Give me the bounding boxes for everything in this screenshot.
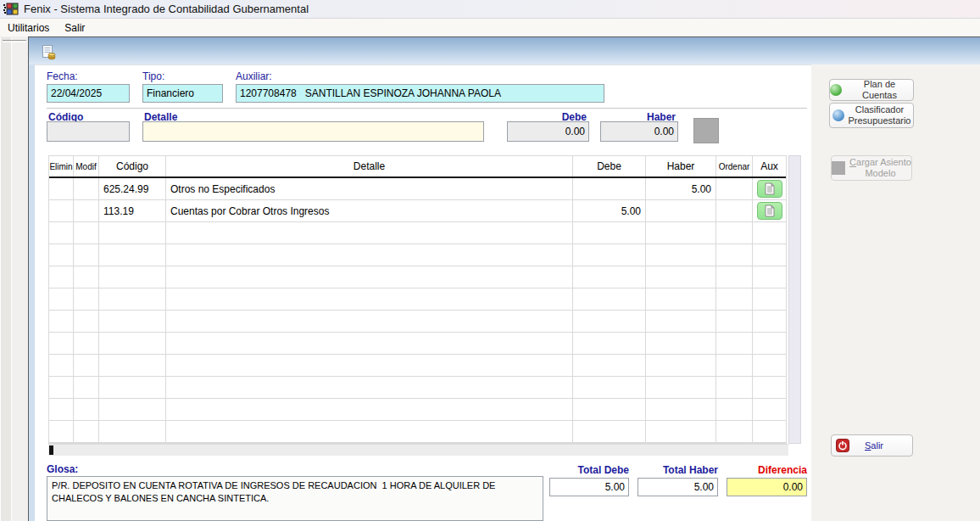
table-row[interactable]: 625.24.99 Otros no Especificados 5.00 xyxy=(49,178,786,200)
document-icon xyxy=(765,182,775,195)
document-icon xyxy=(765,204,775,217)
fecha-input[interactable]: 22/04/2025 xyxy=(47,84,130,103)
cell-debe: 5.00 xyxy=(573,200,646,221)
clasificador-presupuestario-button[interactable]: Clasificador Presupuestario xyxy=(829,103,914,128)
tipo-input[interactable]: Financiero xyxy=(142,84,223,103)
cell-aux xyxy=(753,377,786,398)
cell-aux xyxy=(753,421,786,442)
detalle-input[interactable] xyxy=(142,121,484,142)
cell-detalle xyxy=(166,377,573,398)
cell-modif[interactable] xyxy=(74,200,99,221)
cell-debe xyxy=(573,311,646,332)
cell-elimin[interactable] xyxy=(49,266,74,288)
cell-aux xyxy=(753,311,786,332)
new-entry-button[interactable] xyxy=(39,42,58,61)
cell-haber xyxy=(646,421,716,442)
cell-elimin[interactable] xyxy=(49,333,74,354)
cell-elimin[interactable] xyxy=(49,311,74,332)
cell-aux xyxy=(753,244,786,266)
table-row[interactable] xyxy=(49,421,786,443)
cell-codigo: 113.19 xyxy=(99,200,166,221)
cell-modif[interactable] xyxy=(74,244,99,266)
cell-modif[interactable] xyxy=(74,377,99,398)
cell-modif[interactable] xyxy=(74,178,99,199)
cell-detalle xyxy=(166,289,573,310)
cell-codigo xyxy=(99,289,166,310)
table-body: 625.24.99 Otros no Especificados 5.00 xyxy=(49,178,786,443)
glosa-textarea[interactable]: P/R. DEPOSITO EN CUENTA ROTATIVA DE INGR… xyxy=(47,476,543,521)
cell-codigo xyxy=(99,266,166,288)
cell-modif[interactable] xyxy=(74,421,99,442)
cell-detalle xyxy=(166,244,573,266)
panel-splitter-handle[interactable] xyxy=(3,40,26,42)
cell-haber: 5.00 xyxy=(646,178,716,199)
col-header-aux: Aux xyxy=(753,156,786,176)
menu-item-utilitarios[interactable]: Utilitarios xyxy=(0,20,57,36)
col-header-modif: Modif xyxy=(74,156,99,176)
cell-ordenar xyxy=(716,200,753,221)
cell-elimin[interactable] xyxy=(49,355,74,376)
cell-detalle xyxy=(166,222,573,244)
cell-elimin[interactable] xyxy=(49,222,74,244)
cell-codigo xyxy=(99,222,166,244)
cell-modif[interactable] xyxy=(74,311,99,332)
table-row[interactable] xyxy=(49,222,786,244)
plan-de-cuentas-button[interactable]: Plan de Cuentas xyxy=(829,79,914,101)
cell-detalle: Cuentas por Cobrar Otros Ingresos xyxy=(166,200,573,221)
scrollbar-thumb[interactable] xyxy=(49,445,53,455)
table-row[interactable] xyxy=(49,289,786,311)
table-row[interactable] xyxy=(49,399,786,421)
table-row[interactable] xyxy=(49,333,786,355)
cell-elimin[interactable] xyxy=(49,399,74,420)
col-header-ordenar: Ordenar xyxy=(716,156,753,176)
table-row[interactable] xyxy=(49,244,786,266)
col-header-codigo: Código xyxy=(99,156,166,176)
cell-elimin[interactable] xyxy=(49,377,74,398)
col-header-elimin: Elimin xyxy=(49,156,74,176)
cell-elimin[interactable] xyxy=(49,289,74,310)
debe-input[interactable]: 0.00 xyxy=(507,121,589,142)
cargar-asiento-modelo-button[interactable]: Cargar Asiento Modelo xyxy=(831,155,912,181)
table-row[interactable]: 113.19 Cuentas por Cobrar Otros Ingresos… xyxy=(49,200,786,222)
cell-ordenar xyxy=(716,178,753,199)
add-entry-button-disabled[interactable] xyxy=(693,118,719,143)
cell-detalle xyxy=(166,266,573,288)
cell-modif[interactable] xyxy=(74,399,99,420)
haber-input[interactable]: 0.00 xyxy=(600,121,678,142)
auxiliar-input[interactable]: 1207708478 SANTILLAN ESPINOZA JOHANNA PA… xyxy=(236,84,604,103)
cell-modif[interactable] xyxy=(74,289,99,310)
cell-modif[interactable] xyxy=(74,222,99,244)
cell-aux xyxy=(753,200,786,221)
cell-codigo xyxy=(99,355,166,376)
cell-codigo xyxy=(99,333,166,354)
cell-modif[interactable] xyxy=(74,355,99,376)
cell-modif[interactable] xyxy=(74,266,99,288)
salir-button[interactable]: Salir xyxy=(831,434,913,457)
cell-debe xyxy=(573,399,646,420)
toolbar xyxy=(29,37,980,64)
table-row[interactable] xyxy=(49,311,786,333)
cell-debe xyxy=(573,289,646,310)
menu-item-salir[interactable]: Salir xyxy=(57,20,92,36)
codigo-input[interactable] xyxy=(47,121,130,142)
cell-elimin[interactable] xyxy=(49,200,74,221)
table-vertical-scrollbar[interactable] xyxy=(788,155,801,444)
table-horizontal-scrollbar[interactable] xyxy=(48,444,788,456)
cell-elimin[interactable] xyxy=(49,421,74,442)
cell-codigo xyxy=(99,311,166,332)
cell-elimin[interactable] xyxy=(49,178,74,199)
table-row[interactable] xyxy=(49,266,786,289)
table-row[interactable] xyxy=(49,355,786,377)
aux-button[interactable] xyxy=(757,180,782,198)
document-coins-icon xyxy=(41,44,57,60)
entries-table: Elimin Modif Código Detalle Debe Haber O… xyxy=(48,155,787,444)
table-row[interactable] xyxy=(49,377,786,399)
plan-de-cuentas-label: Plan de Cuentas xyxy=(846,79,913,100)
total-debe-value: 5.00 xyxy=(549,478,629,496)
cell-modif[interactable] xyxy=(74,333,99,354)
cell-elimin[interactable] xyxy=(49,244,74,266)
cell-haber xyxy=(646,289,716,310)
aux-button[interactable] xyxy=(757,202,782,220)
cell-haber xyxy=(646,244,716,266)
cell-debe xyxy=(573,222,646,244)
